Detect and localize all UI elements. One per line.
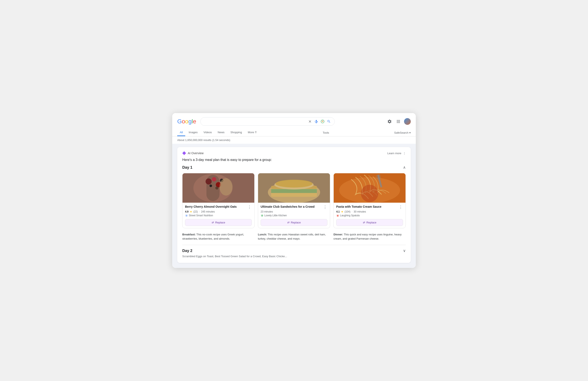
image-search-button[interactable]: [320, 119, 325, 124]
recipe-card-body-oats: Berry Cherry Almond Overnight Oats ⋮ 4.9…: [183, 203, 254, 228]
tab-videos[interactable]: Videos: [201, 129, 214, 136]
svg-point-10: [219, 178, 232, 195]
recipe-source-pasta: ◉ Laughing Spatula: [336, 214, 403, 217]
more-chevron-icon: ⠿: [255, 131, 257, 134]
replace-button-sandwiches[interactable]: ⇄ Replace: [261, 219, 327, 226]
source-icon-pasta: ◉: [336, 214, 339, 217]
meal-desc-dinner: Dinner: This quick and easy recipe uses …: [334, 232, 406, 241]
settings-button[interactable]: [386, 118, 393, 125]
ai-diamond-icon: [182, 151, 186, 155]
recipe-cards-day1: Berry Cherry Almond Overnight Oats ⋮ 4.9…: [182, 173, 406, 228]
safesearch-button[interactable]: SafeSearch ▾: [394, 131, 411, 134]
day2-expand-icon[interactable]: ∨: [403, 248, 406, 253]
day2-section: Day 2 ∨ Scrambled Eggs on Toast, Best To…: [182, 245, 406, 258]
recipe-source-oats: ⊕ Street Smart Nutrition: [185, 214, 252, 217]
day2-preview: Scrambled Eggs on Toast, Best Tossed Gre…: [182, 255, 406, 258]
recipe-source-sandwiches: ✿ Lovely Little Kitchen: [261, 214, 327, 217]
search-row: G o o g l e create a 3 day meal plan for…: [177, 117, 411, 128]
ai-intro-text: Here's a 3-day meal plan that is easy to…: [182, 158, 406, 162]
day2-title: Day 2: [182, 249, 192, 253]
svg-point-18: [275, 180, 313, 188]
meal-desc-lunch: Lunch: This recipe uses Hawaiian sweet r…: [258, 232, 330, 241]
recipe-title-sandwiches: Ultimate Club Sandwiches for a Crowd: [261, 205, 323, 209]
logo-e: e: [193, 118, 196, 125]
recipe-image-pasta: [334, 173, 405, 203]
svg-rect-14: [271, 189, 317, 193]
recipe-meta-pasta: 4.1 ★ (104) · 30 minutes: [336, 210, 403, 213]
day1-header: Day 1 ∧: [182, 165, 406, 170]
day1-collapse-icon[interactable]: ∧: [403, 165, 406, 170]
logo-o1: o: [182, 118, 185, 125]
tab-all[interactable]: All: [177, 129, 185, 136]
replace-icon-pasta: ⇄: [363, 221, 365, 224]
google-search-button[interactable]: [327, 119, 331, 124]
source-icon-oats: ⊕: [185, 214, 188, 217]
voice-search-button[interactable]: [314, 119, 318, 124]
recipe-card-top-sandwiches: Ultimate Club Sandwiches for a Crowd ⋮: [261, 205, 327, 210]
logo-g2: g: [188, 118, 192, 125]
recipe-card-top-pasta: Pasta with Tomato Cream Sauce ⋮: [336, 205, 403, 210]
recipe-card-top-oats: Berry Cherry Almond Overnight Oats ⋮: [185, 205, 252, 210]
replace-button-pasta[interactable]: ⇄ Replace: [336, 219, 403, 226]
replace-icon-oats: ⇄: [212, 221, 214, 224]
logo-g: G: [177, 118, 182, 125]
replace-icon-sandwiches: ⇄: [287, 221, 290, 224]
apps-button[interactable]: [395, 118, 401, 125]
svg-point-9: [215, 187, 218, 190]
header: G o o g l e create a 3 day meal plan for…: [172, 113, 416, 136]
day2-header[interactable]: Day 2 ∨: [182, 248, 406, 253]
ai-overview-menu-icon[interactable]: ⋮: [403, 152, 406, 155]
nav-tabs: All Images Videos News Shopping More ⠿ T…: [177, 128, 411, 136]
svg-point-26: [361, 185, 378, 202]
google-logo: G o o g l e: [177, 118, 196, 125]
recipe-meta-sandwiches: 23 minutes: [261, 210, 327, 213]
recipe-meta-oats: 4.9 ★ (22) · 245 minutes: [185, 210, 252, 213]
recipe-image-oats: [183, 173, 254, 203]
recipe-menu-oats[interactable]: ⋮: [247, 205, 252, 210]
svg-point-4: [206, 178, 212, 184]
ai-overview-actions[interactable]: Learn more ⋮: [387, 152, 406, 155]
recipe-card-oats: Berry Cherry Almond Overnight Oats ⋮ 4.9…: [182, 173, 254, 228]
recipe-title-oats: Berry Cherry Almond Overnight Oats: [185, 205, 247, 209]
tab-images[interactable]: Images: [186, 129, 200, 136]
meal-desc-breakfast: Breakfast: This no-cook recipe uses Gree…: [182, 232, 254, 241]
search-bar[interactable]: create a 3 day meal plan for a group tha…: [200, 117, 335, 126]
svg-rect-16: [271, 193, 317, 197]
recipe-card-body-pasta: Pasta with Tomato Cream Sauce ⋮ 4.1 ★ (1…: [334, 203, 405, 228]
header-right: [386, 118, 411, 125]
source-icon-sandwiches: ✿: [261, 214, 264, 217]
logo-o2: o: [185, 118, 188, 125]
tab-news[interactable]: News: [215, 129, 227, 136]
day1-title: Day 1: [182, 165, 192, 170]
recipe-card-body-sandwiches: Ultimate Club Sandwiches for a Crowd ⋮ 2…: [258, 203, 330, 228]
recipe-title-pasta: Pasta with Tomato Cream Sauce: [336, 205, 398, 209]
recipe-card-sandwiches: Ultimate Club Sandwiches for a Crowd ⋮ 2…: [258, 173, 330, 228]
ai-overview-title: AI Overview: [182, 151, 204, 155]
recipe-image-sandwiches: [258, 173, 330, 203]
replace-button-oats[interactable]: ⇄ Replace: [185, 219, 252, 226]
browser-window: G o o g l e create a 3 day meal plan for…: [172, 113, 416, 268]
meal-descriptions-day1: Breakfast: This no-cook recipe uses Gree…: [182, 232, 406, 241]
main-content: AI Overview Learn more ⋮ Here's a 3-day …: [172, 144, 416, 268]
tab-shopping[interactable]: Shopping: [228, 129, 244, 136]
recipe-menu-pasta[interactable]: ⋮: [398, 205, 403, 210]
tab-more[interactable]: More ⠿: [245, 129, 259, 136]
clear-search-button[interactable]: [308, 119, 312, 124]
svg-point-8: [210, 184, 212, 187]
ai-overview-card: AI Overview Learn more ⋮ Here's a 3-day …: [177, 147, 411, 263]
tools-button[interactable]: Tools: [320, 130, 332, 136]
star-icon-pasta: ★: [341, 210, 343, 213]
star-icon-oats: ★: [190, 210, 192, 213]
ai-overview-header: AI Overview Learn more ⋮: [182, 151, 406, 155]
safesearch-chevron-icon: ▾: [409, 131, 411, 134]
results-count: About 1,650,000,000 results (1.54 second…: [172, 136, 416, 144]
svg-point-6: [212, 177, 216, 181]
search-input[interactable]: create a 3 day meal plan for a group tha…: [204, 120, 306, 123]
recipe-card-pasta: Pasta with Tomato Cream Sauce ⋮ 4.1 ★ (1…: [334, 173, 406, 228]
recipe-menu-sandwiches[interactable]: ⋮: [323, 205, 327, 210]
user-avatar[interactable]: [404, 118, 411, 125]
